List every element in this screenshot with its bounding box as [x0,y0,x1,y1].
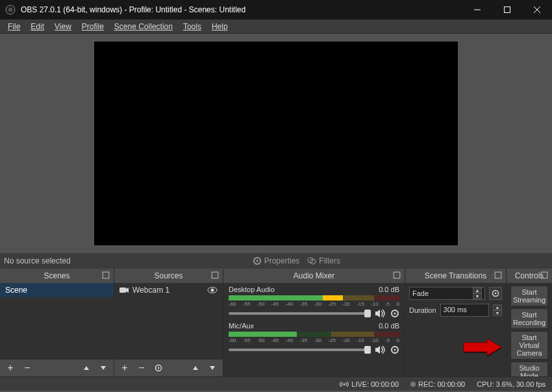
svg-point-7 [256,260,258,262]
source-toolbar-status: No source selected [4,256,253,265]
status-rec: REC: 00:00:00 [410,380,465,388]
svg-rect-25 [541,272,547,278]
source-up-button[interactable] [188,361,203,374]
menu-help[interactable]: Help [208,21,232,32]
start-virtual-camera-button[interactable]: Start Virtual Camera [510,331,548,360]
scene-add-button[interactable]: + [3,361,18,374]
updown-icon: ▲▼ [473,288,482,299]
source-settings-button[interactable] [151,361,166,374]
scene-up-button[interactable] [79,361,94,374]
transition-settings-button[interactable] [489,287,502,300]
visibility-icon[interactable] [207,286,218,294]
gear-icon[interactable] [390,309,399,318]
speaker-icon[interactable] [375,345,386,354]
audio-volume-slider[interactable] [229,312,371,315]
close-button[interactable] [522,0,552,19]
menu-scene-collection[interactable]: Scene Collection [110,21,177,32]
menu-profile[interactable]: Profile [78,21,108,32]
audio-ticks: -60-55-50-45-40-35-30-25-20-15-10-50 [229,301,399,307]
audio-channel-mic: Mic/Aux0.0 dB -60-55-50-45-40-35-30-25-2… [223,319,405,356]
scene-item[interactable]: Scene [0,283,114,297]
source-remove-button[interactable]: − [134,361,149,374]
maximize-button[interactable] [492,0,522,19]
svg-point-1 [8,8,12,12]
audio-mixer-header[interactable]: Audio Mixer [223,269,405,283]
popout-icon [102,271,110,279]
audio-channel-desktop: Desktop Audio0.0 dB -60-55-50-45-40-35-3… [223,283,405,319]
app-icon [5,5,16,15]
menu-file[interactable]: File [4,21,24,32]
sources-header[interactable]: Sources [114,269,223,283]
svg-rect-12 [119,288,126,293]
source-down-button[interactable] [205,361,220,374]
start-streaming-button[interactable]: Start Streaming [510,286,548,306]
controls-header[interactable]: Controls [507,269,552,283]
scene-down-button[interactable] [95,361,111,374]
svg-rect-22 [495,272,501,278]
audio-ticks: -60-55-50-45-40-35-30-25-20-15-10-50 [229,337,399,343]
start-recording-button[interactable]: Start Recording [510,308,548,329]
popout-icon [540,271,548,279]
svg-point-14 [211,289,214,292]
scenes-header[interactable]: Scenes [0,269,114,283]
minimize-button[interactable] [462,0,492,19]
audio-mixer-panel: Audio Mixer Desktop Audio0.0 dB -60-55-5… [223,269,405,376]
menubar: File Edit View Profile Scene Collection … [0,19,552,34]
audio-meter [229,295,399,300]
svg-point-27 [344,383,345,385]
transitions-header[interactable]: Scene Transitions [405,269,506,283]
broadcast-icon [340,381,349,387]
status-live: LIVE: 00:00:00 [340,380,399,388]
gear-icon[interactable] [390,345,399,354]
studio-mode-button[interactable]: Studio Mode [510,361,548,376]
panels-row: Scenes Scene + − Sources Webcam 1 + [0,269,552,376]
sources-panel: Sources Webcam 1 + − [114,269,223,376]
duration-label: Duration [409,306,436,314]
transitions-panel: Scene Transitions Fade ▲▼ Duration 300 m… [405,269,507,376]
duration-input[interactable]: 300 ms [440,304,489,317]
window-title: OBS 27.0.1 (64-bit, windows) - Profile: … [21,5,245,14]
svg-rect-3 [505,7,510,13]
status-cpu: CPU: 3.6%, 30.00 fps [477,380,546,388]
audio-volume-slider[interactable] [229,349,371,351]
svg-point-16 [158,367,160,369]
duration-stepper[interactable]: ▲▼ [493,304,502,316]
source-toolbar: No source selected Properties Filters [0,253,552,269]
record-dot-icon [410,382,416,387]
statusbar: LIVE: 00:00:00 REC: 00:00:00 CPU: 3.6%, … [0,376,552,391]
scene-remove-button[interactable]: − [19,361,35,374]
audio-meter [229,332,399,337]
titlebar: OBS 27.0.1 (64-bit, windows) - Profile: … [0,0,552,19]
controls-panel: Controls Start Streaming Start Recording… [507,269,552,376]
svg-rect-10 [103,272,109,278]
scenes-panel: Scenes Scene + − [0,269,114,376]
filters-icon [307,256,316,265]
svg-rect-17 [394,272,400,278]
svg-rect-11 [212,272,218,278]
speaker-icon[interactable] [375,309,386,318]
preview-canvas[interactable] [94,42,458,245]
popout-icon [211,271,219,279]
source-item[interactable]: Webcam 1 [114,283,223,297]
transition-select[interactable]: Fade ▲▼ [409,287,485,300]
source-add-button[interactable]: + [117,361,132,374]
properties-button[interactable]: Properties [253,256,300,265]
filters-button[interactable]: Filters [307,256,340,265]
camera-icon [119,286,129,294]
svg-point-24 [495,293,497,295]
menu-tools[interactable]: Tools [179,21,205,32]
menu-view[interactable]: View [51,21,75,32]
svg-point-19 [394,313,396,315]
svg-point-21 [394,349,396,351]
gear-icon [253,256,262,265]
menu-edit[interactable]: Edit [27,21,48,32]
preview-area [0,34,552,253]
popout-icon [494,271,502,279]
popout-icon [393,271,401,279]
